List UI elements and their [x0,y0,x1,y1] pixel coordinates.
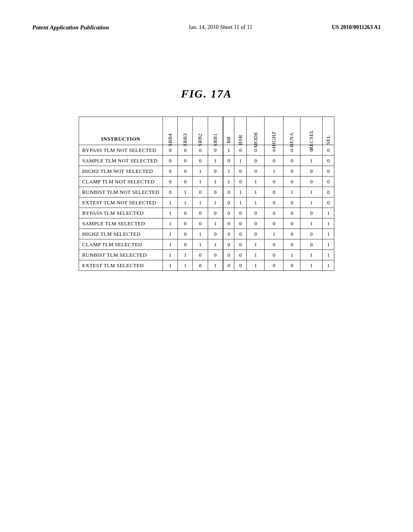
cell-bsr: 0 [234,218,246,229]
cell-recsel: 0 [300,208,322,218]
cell-srb4: 0 [163,156,177,166]
cell-instruction: RUNBIST TLM SELECTED [79,250,163,260]
cell-br: 1 [223,145,234,156]
cell-srb1: 1 [208,156,223,166]
cell-srb3: 0 [178,145,193,156]
cell-srb2: 0 [193,145,208,156]
col-header-srb4: SRB4 [163,117,177,145]
cell-highz: 0 [265,218,284,229]
cell-sel: 0 [323,197,334,208]
header-date-sheet: Jan. 14, 2010 Sheet 11 of 11 [188,24,252,31]
col-header-recsel: RECSEL [300,117,322,145]
cell-srb4: 1 [163,239,177,250]
cell-srb4: 0 [163,166,177,177]
cell-srb1: 0 [208,145,223,156]
cell-instruction: CLAMP TLM NOT SELECTED [79,177,163,187]
table-container: INSTRUCTION SRB4 SRB3 SRB2 SRB1 [32,116,381,271]
cell-srb1: 1 [208,239,223,250]
cell-highz: 0 [265,156,284,166]
cell-srb4: 1 [163,208,177,218]
cell-br: 0 [223,250,234,260]
table-row: BYPASS TLM NOT SELECTED00001000000 [79,145,334,156]
cell-highz: 0 [265,208,284,218]
cell-srb4: 1 [163,250,177,260]
cell-srb3: 0 [178,218,193,229]
cell-mode: 1 [246,177,264,187]
cell-sel: 1 [323,218,334,229]
cell-recsel: 1 [300,187,322,197]
cell-recsel: 0 [300,229,322,239]
cell-srb1: 0 [208,208,223,218]
cell-recsel: 0 [300,239,322,250]
cell-srb3: 1 [178,250,193,260]
cell-srb1: 0 [208,166,223,177]
col-header-srb1: SRB1 [208,117,223,145]
cell-recsel: 1 [300,218,322,229]
cell-instruction: BYPASS TLM NOT SELECTED [79,145,163,156]
cell-recsel: 0 [300,177,322,187]
cell-sel: 1 [323,260,334,271]
cell-mode: 1 [246,260,264,271]
cell-mode: 0 [246,166,264,177]
cell-bena: 0 [284,229,300,239]
cell-srb2: 0 [193,250,208,260]
cell-br: 0 [223,197,234,208]
cell-br: 0 [223,208,234,218]
col-header-srb3: SRB3 [178,117,193,145]
cell-srb2: 1 [193,177,208,187]
cell-mode: 0 [246,229,264,239]
cell-bsr: 0 [234,208,246,218]
cell-srb4: 0 [163,177,177,187]
cell-bsr: 0 [234,260,246,271]
cell-srb3: 0 [178,156,193,166]
cell-bsr: 1 [234,187,246,197]
cell-bena: 0 [284,197,300,208]
cell-bena: 0 [284,208,300,218]
cell-bena: 0 [284,166,300,177]
cell-instruction: SAMPLE TLM NOT SELECTED [79,156,163,166]
cell-srb1: 1 [208,218,223,229]
cell-bena: 0 [284,177,300,187]
cell-instruction: CLAMP TLM SELECTED [79,239,163,250]
cell-srb3: 0 [178,177,193,187]
cell-srb1: 1 [208,177,223,187]
page: Patent Application Publication Jan. 14, … [0,0,413,532]
cell-recsel: 1 [300,250,322,260]
cell-mode: 1 [246,197,264,208]
cell-bsr: 0 [234,229,246,239]
cell-bsr: 1 [234,156,246,166]
cell-mode: 1 [246,187,264,197]
header-publication: Patent Application Publication [32,24,109,31]
cell-br: 0 [223,239,234,250]
cell-recsel: 1 [300,260,322,271]
cell-mode: 1 [246,250,264,260]
cell-instruction: HIGHZ TLM SELECTED [79,229,163,239]
cell-sel: 0 [323,156,334,166]
table-row: RUNBIST TLM SELECTED11000010111 [79,250,334,260]
cell-sel: 0 [323,145,334,156]
header-patent-number: US 2010/0011263 A1 [332,24,381,31]
cell-bsr: 0 [234,166,246,177]
col-header-sel: SEL [323,117,334,145]
cell-sel: 0 [323,166,334,177]
cell-srb2: 1 [193,197,208,208]
cell-highz: 0 [265,239,284,250]
col-header-srb2: SRB2 [193,117,208,145]
cell-sel: 1 [323,229,334,239]
cell-srb2: 0 [193,187,208,197]
col-header-instruction: INSTRUCTION [79,117,163,145]
cell-highz: 1 [265,166,284,177]
cell-instruction: HIGHZ TLM NOT SELECTED [79,166,163,177]
cell-srb3: 1 [178,187,193,197]
cell-srb4: 1 [163,260,177,271]
header: Patent Application Publication Jan. 14, … [32,24,381,31]
cell-srb1: 1 [208,197,223,208]
cell-bena: 1 [284,187,300,197]
cell-instruction: SAMPLE TLM SELECTED [79,218,163,229]
cell-br: 0 [223,218,234,229]
cell-bena: 0 [284,239,300,250]
cell-instruction: EXTEST TLM NOT SELECTED [79,197,163,208]
cell-recsel: 0 [300,166,322,177]
cell-srb1: 1 [208,260,223,271]
table-row: BYPASS TLM SELECTED10000000001 [79,208,334,218]
